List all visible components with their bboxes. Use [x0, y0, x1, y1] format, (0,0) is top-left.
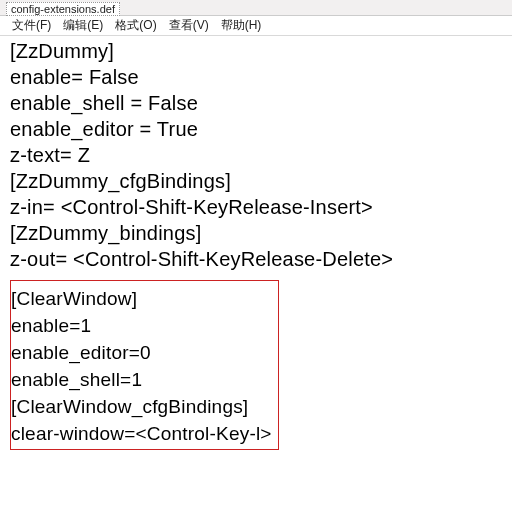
config-line: z-out= <Control-Shift-KeyRelease-Delete>	[10, 246, 512, 272]
menu-help[interactable]: 帮助(H)	[221, 17, 262, 34]
section-subheader: [ZzDummy_bindings]	[10, 220, 512, 246]
config-line: clear-window=<Control-Key-l>	[11, 420, 272, 447]
config-line: enable_editor=0	[11, 339, 272, 366]
section-header: [ZzDummy]	[10, 38, 512, 64]
menu-format[interactable]: 格式(O)	[115, 17, 156, 34]
editor-content[interactable]: [ZzDummy] enable= False enable_shell = F…	[0, 36, 512, 450]
menu-edit[interactable]: 编辑(E)	[63, 17, 103, 34]
section-header: [ClearWindow]	[11, 285, 272, 312]
section-subheader: [ZzDummy_cfgBindings]	[10, 168, 512, 194]
config-line: enable= False	[10, 64, 512, 90]
highlighted-section: [ClearWindow] enable=1 enable_editor=0 e…	[10, 280, 279, 450]
config-line: enable_editor = True	[10, 116, 512, 142]
config-line: enable=1	[11, 312, 272, 339]
menu-bar: 文件(F) 编辑(E) 格式(O) 查看(V) 帮助(H)	[0, 16, 512, 36]
menu-file[interactable]: 文件(F)	[12, 17, 51, 34]
config-line: z-in= <Control-Shift-KeyRelease-Insert>	[10, 194, 512, 220]
section-subheader: [ClearWindow_cfgBindings]	[11, 393, 272, 420]
menu-view[interactable]: 查看(V)	[169, 17, 209, 34]
title-bar: config-extensions.def	[0, 0, 512, 16]
config-line: z-text= Z	[10, 142, 512, 168]
config-line: enable_shell=1	[11, 366, 272, 393]
file-name: config-extensions.def	[6, 2, 120, 16]
config-line: enable_shell = False	[10, 90, 512, 116]
